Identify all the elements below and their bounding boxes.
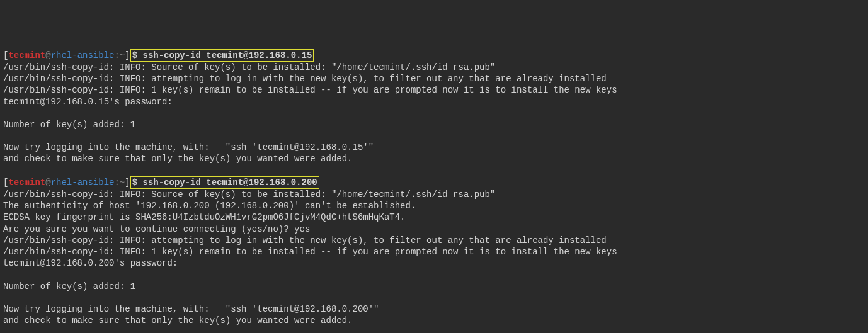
- output-line: Now try logging into the machine, with: …: [3, 304, 379, 314]
- output-line: and check to make sure that only the key…: [3, 154, 353, 164]
- output-line: /usr/bin/ssh-copy-id: INFO: attempting t…: [3, 74, 607, 84]
- output-line: /usr/bin/ssh-copy-id: INFO: 1 key(s) rem…: [3, 247, 617, 257]
- output-line: /usr/bin/ssh-copy-id: INFO: attempting t…: [3, 235, 607, 246]
- command-highlight-1: $ ssh-copy-id tecmint@192.168.0.15: [130, 49, 314, 62]
- output-line: Now try logging into the machine, with: …: [3, 142, 374, 152]
- terminal-output[interactable]: [tecmint@rhel-ansible:~]$ ssh-copy-id te…: [3, 49, 865, 333]
- prompt-user: tecmint: [8, 178, 45, 188]
- output-line: /usr/bin/ssh-copy-id: INFO: 1 key(s) rem…: [3, 85, 617, 95]
- prompt-colon: :: [114, 50, 119, 60]
- prompt-dollar: $: [132, 178, 137, 188]
- output-line: /usr/bin/ssh-copy-id: INFO: Source of ke…: [3, 189, 495, 200]
- prompt-colon: :: [114, 178, 119, 188]
- command-highlight-2: $ ssh-copy-id tecmint@192.168.0.200: [130, 176, 319, 189]
- prompt-host: rhel-ansible: [51, 50, 115, 60]
- prompt-line-2: [tecmint@rhel-ansible:~]$ ssh-copy-id te…: [3, 178, 319, 188]
- output-line: Are you sure you want to continue connec…: [3, 224, 310, 234]
- bracket-close: ]: [125, 178, 130, 188]
- output-line: Number of key(s) added: 1: [3, 281, 135, 291]
- prompt-at: @: [45, 50, 50, 60]
- prompt-dollar: $: [132, 50, 137, 60]
- output-line: tecmint@192.168.0.200's password:: [3, 258, 178, 268]
- output-line: Number of key(s) added: 1: [3, 120, 135, 130]
- command-2: ssh-copy-id tecmint@192.168.0.200: [142, 178, 317, 188]
- output-line: /usr/bin/ssh-copy-id: INFO: Source of ke…: [3, 62, 495, 72]
- prompt-host: rhel-ansible: [51, 178, 115, 188]
- output-line: and check to make sure that only the key…: [3, 315, 353, 325]
- prompt-user: tecmint: [8, 50, 45, 60]
- prompt-tilde: ~: [120, 178, 125, 188]
- bracket-close: ]: [125, 50, 130, 60]
- prompt-at: @: [45, 178, 50, 188]
- prompt-tilde: ~: [120, 50, 125, 60]
- output-line: The authenticity of host '192.168.0.200 …: [3, 201, 416, 211]
- output-line: tecmint@192.168.0.15's password:: [3, 97, 173, 107]
- output-line: ECDSA key fingerprint is SHA256:U4Izbtdu…: [3, 212, 406, 222]
- prompt-line-1: [tecmint@rhel-ansible:~]$ ssh-copy-id te…: [3, 50, 314, 60]
- command-1: ssh-copy-id tecmint@192.168.0.15: [142, 50, 312, 60]
